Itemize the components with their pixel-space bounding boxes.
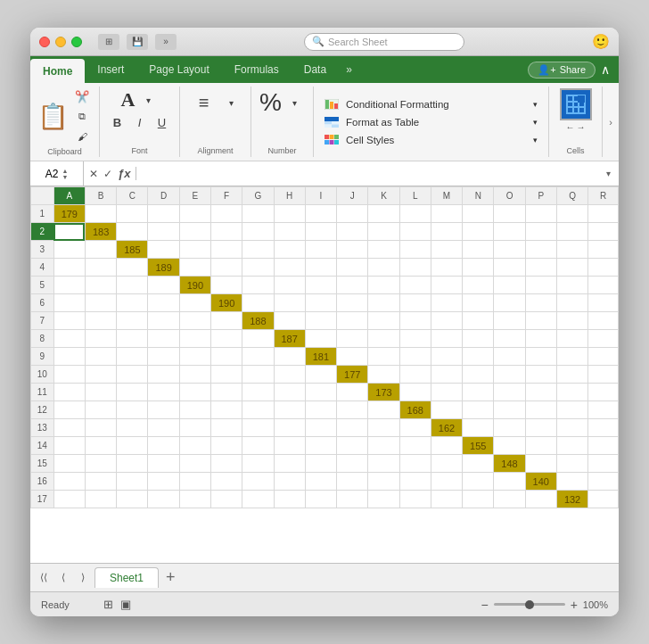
col-header-H[interactable]: H: [274, 187, 305, 205]
cell-R8[interactable]: [588, 330, 619, 348]
cell-E3[interactable]: [179, 241, 210, 259]
cell-D2[interactable]: [148, 223, 179, 241]
cell-Q9[interactable]: [556, 348, 587, 366]
cell-H16[interactable]: [274, 473, 305, 491]
cell-L10[interactable]: [399, 366, 431, 384]
cell-N4[interactable]: [463, 259, 494, 277]
cell-D14[interactable]: [148, 437, 179, 455]
cell-K13[interactable]: [368, 419, 399, 437]
cell-R4[interactable]: [588, 259, 619, 277]
cell-L15[interactable]: [399, 455, 431, 473]
cell-G1[interactable]: [242, 205, 274, 223]
cell-H2[interactable]: [274, 223, 305, 241]
cell-B9[interactable]: [85, 348, 116, 366]
cell-K8[interactable]: [368, 330, 399, 348]
cell-G3[interactable]: [242, 241, 274, 259]
cell-Q8[interactable]: [556, 330, 587, 348]
cell-G7[interactable]: 188: [242, 312, 274, 330]
cell-O14[interactable]: [494, 437, 525, 455]
cell-R3[interactable]: [588, 241, 619, 259]
cell-M8[interactable]: [431, 330, 462, 348]
cell-R1[interactable]: [588, 205, 619, 223]
cell-L2[interactable]: [399, 223, 431, 241]
zoom-out-button[interactable]: −: [481, 598, 488, 612]
cross-icon[interactable]: ✕: [89, 168, 98, 180]
cell-C17[interactable]: [117, 491, 148, 508]
cell-L1[interactable]: [399, 205, 431, 223]
cell-F14[interactable]: [211, 437, 242, 455]
cell-M12[interactable]: [431, 401, 462, 419]
maximize-button[interactable]: [71, 37, 82, 47]
cell-Q14[interactable]: [556, 437, 587, 455]
bold-icon[interactable]: B: [108, 113, 127, 131]
cell-C2[interactable]: [117, 223, 148, 241]
ribbon-expand[interactable]: ›: [603, 87, 619, 157]
cell-N3[interactable]: [463, 241, 494, 259]
cell-I7[interactable]: [305, 312, 336, 330]
cell-C3[interactable]: 185: [117, 241, 148, 259]
cell-Q2[interactable]: [556, 223, 587, 241]
cell-R10[interactable]: [588, 366, 619, 384]
cell-O3[interactable]: [494, 241, 525, 259]
cell-J16[interactable]: [337, 473, 368, 491]
cell-M3[interactable]: [431, 241, 462, 259]
cell-M4[interactable]: [431, 259, 462, 277]
cell-Q6[interactable]: [556, 294, 587, 312]
share-button[interactable]: 👤+ Share: [528, 62, 596, 78]
cell-M1[interactable]: [431, 205, 462, 223]
cell-P13[interactable]: [525, 419, 556, 437]
cell-R16[interactable]: [588, 473, 619, 491]
cell-P5[interactable]: [525, 277, 556, 294]
cell-P12[interactable]: [525, 401, 556, 419]
cell-I6[interactable]: [305, 294, 336, 312]
cell-F16[interactable]: [211, 473, 242, 491]
cell-P7[interactable]: [525, 312, 556, 330]
cell-Q17[interactable]: 132: [556, 491, 587, 508]
cell-B6[interactable]: [85, 294, 116, 312]
cell-B2[interactable]: 183: [85, 223, 116, 241]
cell-M13[interactable]: 162: [431, 419, 462, 437]
cell-D7[interactable]: [148, 312, 179, 330]
sheet-nav-first[interactable]: ⟨⟨: [36, 570, 52, 586]
cell-H4[interactable]: [274, 259, 305, 277]
cell-E13[interactable]: [179, 419, 210, 437]
percent-icon[interactable]: %: [259, 88, 282, 117]
cell-R7[interactable]: [588, 312, 619, 330]
cell-H17[interactable]: [274, 491, 305, 508]
cell-P9[interactable]: [525, 348, 556, 366]
cell-Q15[interactable]: [556, 455, 587, 473]
cell-Q3[interactable]: [556, 241, 587, 259]
cell-J7[interactable]: [337, 312, 368, 330]
cell-K10[interactable]: [368, 366, 399, 384]
cell-C13[interactable]: [117, 419, 148, 437]
cell-G6[interactable]: [242, 294, 274, 312]
col-header-J[interactable]: J: [337, 187, 368, 205]
search-bar[interactable]: 🔍 Search Sheet: [184, 33, 585, 51]
cell-G16[interactable]: [242, 473, 274, 491]
cell-R12[interactable]: [588, 401, 619, 419]
cell-O11[interactable]: [494, 384, 525, 401]
cell-K7[interactable]: [368, 312, 399, 330]
cell-A4[interactable]: [53, 259, 85, 277]
cell-F9[interactable]: [211, 348, 242, 366]
cell-J14[interactable]: [337, 437, 368, 455]
cell-O12[interactable]: [494, 401, 525, 419]
cell-J3[interactable]: [337, 241, 368, 259]
grid-view-icon[interactable]: ⊞: [103, 598, 113, 611]
cell-M7[interactable]: [431, 312, 462, 330]
cell-C12[interactable]: [117, 401, 148, 419]
cell-F6[interactable]: 190: [211, 294, 242, 312]
cell-N8[interactable]: [463, 330, 494, 348]
cell-K9[interactable]: [368, 348, 399, 366]
cell-B4[interactable]: [85, 259, 116, 277]
font-dropdown-icon[interactable]: ▾: [138, 91, 158, 109]
tab-insert[interactable]: Insert: [85, 56, 136, 83]
cell-C15[interactable]: [117, 455, 148, 473]
zoom-in-button[interactable]: +: [571, 598, 578, 612]
cell-R11[interactable]: [588, 384, 619, 401]
cell-G17[interactable]: [242, 491, 274, 508]
cell-A14[interactable]: [53, 437, 85, 455]
cell-F2[interactable]: [211, 223, 242, 241]
cell-D6[interactable]: [148, 294, 179, 312]
col-header-E[interactable]: E: [179, 187, 210, 205]
